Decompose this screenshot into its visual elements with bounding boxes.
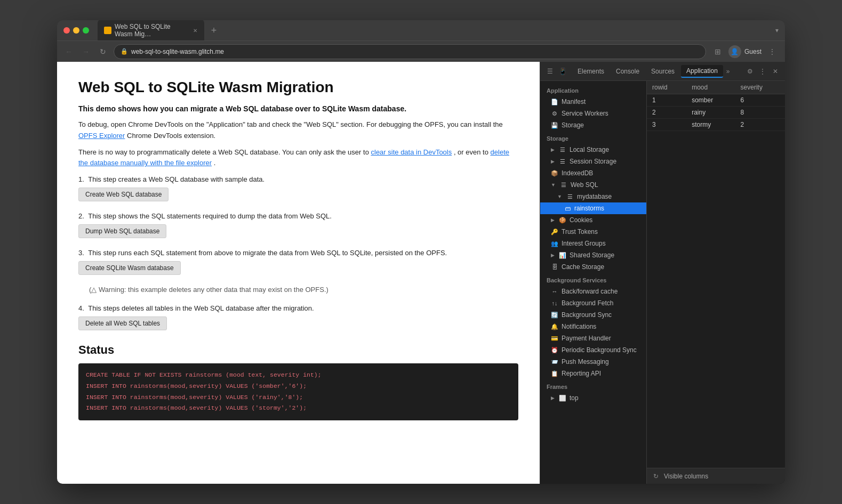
tab-sources[interactable]: Sources [646,66,680,77]
tab-application[interactable]: Application [681,65,723,78]
dump-websql-button[interactable]: Dump Web SQL database [78,224,166,238]
tab-console[interactable]: Console [611,66,645,77]
cell-rowid-3: 3 [647,119,686,131]
tab-bar: Web SQL to SQLite Wasm Mig… ✕ + ▾ [98,20,779,41]
tab-chevron-icon[interactable]: ▾ [775,27,779,34]
sidebar-item-top[interactable]: ▶ ⬜ top [540,392,646,404]
sidebar-item-notifications-label: Notifications [562,323,596,330]
table-row[interactable]: 2 rainy 8 [647,107,785,119]
new-tab-button[interactable]: + [206,23,221,38]
step-2: 2. This step shows the SQL statements re… [78,212,518,238]
cursor-icon[interactable]: ☰ [544,66,555,77]
create-sqlite-button[interactable]: Create SQLite Wasm database [78,261,181,275]
maximize-traffic-light[interactable] [83,27,89,34]
sidebar-item-storage[interactable]: 💾 Storage [540,119,646,131]
sidebar-item-session-storage[interactable]: ▶ ☰ Session Storage [540,156,646,167]
devtools-dots-icon[interactable]: ⋮ [757,66,768,77]
browser-tab[interactable]: Web SQL to SQLite Wasm Mig… ✕ [98,20,204,41]
devtools-main: rowid mood severity 1 somber 6 [647,81,785,484]
sidebar-item-cookies-label: Cookies [570,216,592,224]
push-messaging-icon: 📨 [551,358,558,365]
session-storage-arrow: ▶ [551,159,555,164]
tab-close-button[interactable]: ✕ [192,27,198,34]
devtools-panel: ☰ 📱 Elements Console Sources Application… [540,62,785,484]
phone-icon[interactable]: 📱 [557,66,568,77]
back-button[interactable]: ← [62,45,75,58]
tab-elements[interactable]: Elements [572,66,610,77]
sidebar-item-cache-storage-label: Cache Storage [562,263,604,271]
menu-button[interactable]: ⋮ [765,44,780,59]
sidebar-item-web-sql[interactable]: ▼ ☰ Web SQL [540,179,646,191]
devtools-tabs: ☰ 📱 Elements Console Sources Application… [540,62,785,81]
sidebar-item-trust-tokens[interactable]: 🔑 Trust Tokens [540,226,646,238]
warning-paragraph: There is no way to programmatically dele… [78,147,518,169]
reload-button[interactable]: ↻ [97,45,109,58]
status-code-line-3: INSERT INTO rainstorms(mood,severity) VA… [86,392,511,403]
rainstorms-icon: 🗃 [564,205,571,212]
sidebar-item-push-messaging-label: Push Messaging [562,358,609,365]
sidebar-item-service-workers[interactable]: ⚙ Service Workers [540,108,646,119]
periodic-background-sync-icon: ⏰ [551,346,558,354]
sidebar-item-push-messaging[interactable]: 📨 Push Messaging [540,356,646,368]
sidebar-item-background-fetch[interactable]: ↑↓ Background Fetch [540,297,646,309]
step-1-description: This step creates a Web SQL database wit… [88,175,264,183]
cell-severity-2: 8 [735,107,785,119]
col-header-severity[interactable]: severity [735,81,785,94]
delete-websql-button[interactable]: Delete all Web SQL tables [78,316,167,330]
sidebar-background-services-label: Background Services [540,273,646,286]
sidebar-item-shared-storage[interactable]: ▶ 📊 Shared Storage [540,249,646,261]
close-traffic-light[interactable] [63,27,70,34]
sidebar-item-interest-groups[interactable]: 👥 Interest Groups [540,238,646,249]
table-row[interactable]: 1 somber 6 [647,94,785,107]
sidebar-item-mydatabase[interactable]: ▼ ☰ mydatabase [540,191,646,202]
sidebar-item-rainstorms[interactable]: 🗃 rainstorms [540,202,646,214]
sidebar-item-background-fetch-label: Background Fetch [562,299,613,307]
devtools-tab-more[interactable]: » [723,66,733,77]
table-row[interactable]: 3 stormy 2 [647,119,785,131]
cell-mood-1: somber [686,94,735,107]
sidebar-item-background-sync[interactable]: 🔄 Background Sync [540,309,646,321]
warning-text3: . [214,159,216,167]
cell-rowid-1: 1 [647,94,686,107]
sidebar-item-notifications[interactable]: 🔔 Notifications [540,321,646,332]
step-4-description: This steps deletes all tables in the Web… [88,304,314,312]
shared-storage-icon: 📊 [559,251,566,259]
sidebar-item-manifest[interactable]: 📄 Manifest [540,96,646,108]
grid-icon[interactable]: ⊞ [710,44,725,59]
web-sql-arrow: ▼ [551,182,556,188]
warning-step: (△ Warning: this example deletes any oth… [78,286,518,294]
refresh-button[interactable]: ↻ [651,472,661,481]
sidebar-item-payment-handler[interactable]: 💳 Payment Handler [540,332,646,344]
status-code-line-1: CREATE TABLE IF NOT EXISTS rainstorms (m… [86,370,511,381]
sidebar-item-local-storage-label: Local Storage [570,146,609,153]
address-input[interactable]: 🔒 web-sql-to-sqlite-wasm.glitch.me [114,44,706,59]
forward-button[interactable]: → [79,45,92,58]
clear-site-data-link[interactable]: clear site data in DevTools [371,148,452,156]
sidebar-item-periodic-background-sync-label: Periodic Background Sync [562,346,637,354]
col-header-rowid[interactable]: rowid [647,81,686,94]
lock-icon: 🔒 [121,48,128,55]
sidebar-item-reporting-api[interactable]: 📋 Reporting API [540,368,646,379]
devtools-close-icon[interactable]: ✕ [770,66,781,77]
sidebar-item-shared-storage-label: Shared Storage [570,251,614,259]
page-title: Web SQL to SQLite Wasm Migration [78,79,518,96]
sidebar-item-periodic-background-sync[interactable]: ⏰ Periodic Background Sync [540,344,646,356]
devtools-tab-list: Elements Console Sources Application [572,65,723,78]
sidebar-item-cookies[interactable]: ▶ 🍪 Cookies [540,214,646,226]
minimize-traffic-light[interactable] [73,27,79,34]
sidebar-item-local-storage[interactable]: ▶ ☰ Local Storage [540,144,646,156]
step-1-text: 1. This step creates a Web SQL database … [78,175,518,183]
sidebar-item-back-forward-cache[interactable]: ↔ Back/forward cache [540,286,646,297]
back-forward-cache-icon: ↔ [551,288,558,295]
col-header-mood[interactable]: mood [686,81,735,94]
step-3-num: 3. [78,249,84,257]
opfs-explorer-link[interactable]: OPFS Explorer [78,132,125,140]
session-storage-icon: ☰ [559,158,566,165]
sidebar-storage-label: Storage [540,131,646,144]
devtools-gear-icon[interactable]: ⚙ [744,66,755,77]
sidebar-item-indexeddb[interactable]: 📦 IndexedDB [540,167,646,179]
create-websql-button[interactable]: Create Web SQL database [78,188,169,201]
step-2-description: This step shows the SQL statements requi… [88,212,332,220]
sidebar-item-cache-storage[interactable]: 🗄 Cache Storage [540,261,646,273]
local-storage-arrow: ▶ [551,147,555,152]
